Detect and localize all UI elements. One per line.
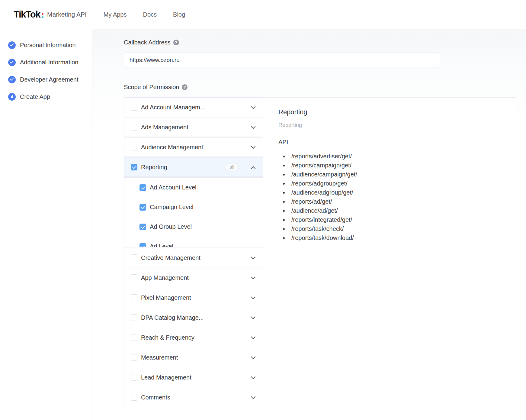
step-label: Developer Agreement	[20, 76, 78, 83]
checkbox-unchecked[interactable]	[131, 394, 137, 401]
product-name: Marketing API	[47, 11, 87, 18]
step-done-icon	[8, 59, 16, 66]
scope-of-permission-label: Scope of Permission ?	[124, 84, 526, 91]
checkbox-checked[interactable]	[140, 224, 146, 230]
chevron-down-icon[interactable]	[251, 144, 256, 149]
checkbox-checked[interactable]	[140, 184, 146, 191]
nav-docs[interactable]: Docs	[143, 11, 157, 18]
reporting-sublist: Ad Account Level Campaign Level Ad Group…	[124, 177, 263, 247]
permission-detail-panel: Reporting Reporting API /reports/adverti…	[263, 98, 516, 417]
category-label: DPA Catalog Manage...	[141, 314, 204, 321]
category-label: Reporting	[141, 164, 167, 171]
category-creative-management[interactable]: Creative Management	[124, 248, 263, 267]
checkbox-checked[interactable]	[131, 164, 137, 170]
checkbox-unchecked[interactable]	[131, 144, 137, 150]
step-done-icon	[8, 41, 16, 49]
callback-address-input[interactable]	[124, 53, 440, 67]
step-additional-information[interactable]: Additional Information	[0, 54, 92, 71]
sub-ad-level[interactable]: Ad Level	[124, 237, 263, 247]
api-endpoint-list: /reports/advertiser/get/ /reports/campai…	[278, 152, 507, 242]
step-personal-information[interactable]: Personal Information	[0, 37, 92, 54]
sub-ad-group-level[interactable]: Ad Group Level	[124, 217, 263, 237]
sub-label: Ad Group Level	[150, 223, 192, 230]
api-endpoint: /reports/task/download/	[289, 233, 507, 242]
chevron-down-icon[interactable]	[251, 254, 256, 259]
step-create-app[interactable]: 4 Create App	[0, 88, 92, 105]
steps-sidebar: Personal Information Additional Informat…	[0, 29, 92, 420]
tiktok-colon-icon	[42, 13, 43, 18]
category-label: Reach & Frequency	[141, 334, 194, 341]
main-content: Callback Address ? Scope of Permission ?…	[92, 29, 526, 420]
checkbox-unchecked[interactable]	[131, 314, 137, 321]
sub-campaign-level[interactable]: Campaign Level	[124, 197, 263, 217]
nav-my-apps[interactable]: My Apps	[104, 11, 127, 18]
category-lead-management[interactable]: Lead Management	[124, 368, 263, 387]
checkbox-unchecked[interactable]	[131, 124, 137, 131]
chevron-down-icon[interactable]	[251, 274, 256, 279]
permission-category-list: Ad Account Managem... Ads Management Aud…	[124, 98, 263, 417]
category-dpa-catalog-management[interactable]: DPA Catalog Manage...	[124, 308, 263, 327]
api-endpoint: /audience/ad/get/	[289, 206, 507, 215]
checkbox-unchecked[interactable]	[131, 374, 137, 381]
api-endpoint: /reports/integrated/get/	[289, 215, 507, 224]
sub-ad-account-level[interactable]: Ad Account Level	[124, 178, 263, 197]
callback-address-label: Callback Address ?	[124, 39, 526, 46]
top-navbar: TikTok Marketing API My Apps Docs Blog	[0, 0, 526, 29]
category-label: App Management	[141, 274, 189, 281]
category-audience-management[interactable]: Audience Management	[124, 137, 263, 157]
chevron-down-icon[interactable]	[251, 354, 256, 359]
help-icon[interactable]: ?	[173, 40, 179, 45]
category-app-management[interactable]: App Management	[124, 268, 263, 287]
api-endpoint: /reports/ad/get/	[289, 197, 507, 206]
chevron-down-icon[interactable]	[251, 294, 256, 299]
checkbox-unchecked[interactable]	[131, 334, 137, 341]
step-number-icon: 4	[8, 93, 16, 101]
category-pixel-management[interactable]: Pixel Management	[124, 288, 263, 307]
api-endpoint: /audience/adgroup/get/	[289, 188, 507, 197]
category-ad-account-management[interactable]: Ad Account Managem...	[124, 98, 263, 117]
category-reporting[interactable]: Reporting all	[124, 157, 263, 177]
sub-label: Ad Account Level	[150, 184, 197, 191]
checkbox-unchecked[interactable]	[131, 104, 137, 111]
category-comments[interactable]: Comments	[124, 388, 263, 407]
category-label: Audience Management	[141, 144, 203, 151]
scope-permission-panel: Ad Account Managem... Ads Management Aud…	[124, 97, 516, 417]
detail-subtitle: Reporting	[278, 122, 507, 128]
chevron-down-icon[interactable]	[251, 124, 256, 129]
category-reach-frequency[interactable]: Reach & Frequency	[124, 328, 263, 347]
detail-title: Reporting	[278, 108, 507, 116]
help-icon[interactable]: ?	[182, 84, 188, 90]
chevron-down-icon[interactable]	[251, 374, 256, 379]
step-developer-agreement[interactable]: Developer Agreement	[0, 71, 92, 88]
step-label: Personal Information	[20, 42, 76, 49]
nav-blog[interactable]: Blog	[173, 11, 185, 18]
sub-label: Campaign Level	[150, 204, 194, 211]
nav-links: My Apps Docs Blog	[104, 11, 185, 18]
checkbox-unchecked[interactable]	[131, 274, 137, 281]
api-endpoint: /reports/campaign/get/	[289, 161, 507, 170]
checkbox-unchecked[interactable]	[131, 294, 137, 301]
sub-label: Ad Level	[150, 243, 173, 247]
api-endpoint: /audience/campaign/get/	[289, 170, 507, 179]
category-label: Ad Account Managem...	[141, 104, 205, 111]
category-measurement[interactable]: Measurement	[124, 348, 263, 367]
category-label: Creative Management	[141, 254, 200, 261]
category-ads-management[interactable]: Ads Management	[124, 118, 263, 137]
checkbox-unchecked[interactable]	[131, 354, 137, 361]
chevron-down-icon[interactable]	[251, 334, 256, 339]
checkbox-unchecked[interactable]	[131, 254, 137, 261]
chevron-up-icon[interactable]	[251, 166, 256, 171]
scope-of-permission-label-text: Scope of Permission	[124, 84, 179, 91]
all-badge: all	[225, 163, 239, 171]
chevron-down-icon[interactable]	[251, 104, 256, 109]
checkbox-checked[interactable]	[140, 204, 146, 211]
chevron-down-icon[interactable]	[251, 394, 256, 399]
chevron-down-icon[interactable]	[251, 314, 256, 319]
callback-address-label-text: Callback Address	[124, 39, 171, 46]
category-label: Lead Management	[141, 374, 191, 381]
category-label: Comments	[141, 394, 170, 401]
checkbox-checked[interactable]	[140, 243, 146, 248]
tiktok-logo[interactable]: TikTok Marketing API	[14, 9, 87, 20]
category-label: Pixel Management	[141, 294, 191, 301]
tiktok-wordmark: TikTok	[14, 9, 40, 20]
